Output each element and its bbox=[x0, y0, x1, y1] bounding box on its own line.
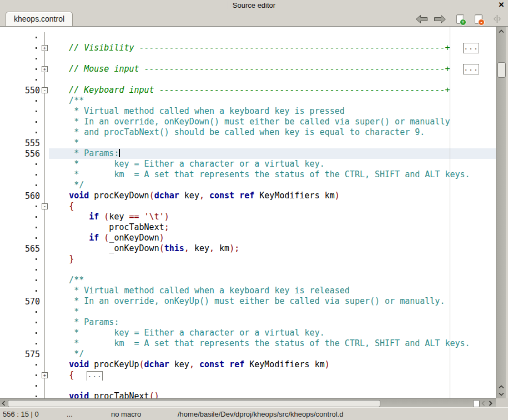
code-line[interactable]: 575 */ bbox=[0, 349, 496, 359]
code-text[interactable] bbox=[49, 32, 496, 43]
vertical-scrollbar[interactable] bbox=[496, 27, 506, 398]
fold-collapse-toggle[interactable]: - bbox=[42, 87, 48, 93]
code-line[interactable]: 555 * bbox=[0, 138, 496, 148]
back-button[interactable] bbox=[415, 13, 428, 24]
code-line[interactable]: + {... bbox=[0, 370, 496, 381]
title-bar[interactable]: Source editor ✕ bbox=[0, 0, 508, 11]
code-line[interactable]: /** bbox=[0, 96, 496, 106]
code-text[interactable] bbox=[49, 381, 496, 391]
code-line[interactable] bbox=[0, 32, 496, 43]
code-text[interactable]: * In an override, onKeyDown() must eithe… bbox=[49, 117, 496, 127]
collapsed-fold-box[interactable]: ... bbox=[463, 43, 479, 53]
code-line[interactable]: * key = Either a character or a virtual … bbox=[0, 159, 496, 169]
code-text[interactable]: // Keyboard input ----------------------… bbox=[49, 85, 496, 96]
code-line[interactable]: * key = Either a character or a virtual … bbox=[0, 328, 496, 338]
code-line[interactable] bbox=[0, 74, 496, 85]
code-line[interactable]: * Params: bbox=[0, 317, 496, 328]
code-line[interactable]: procTabNext; bbox=[0, 222, 496, 233]
fold-connector-line bbox=[44, 286, 45, 296]
code-text[interactable]: * key = Either a character or a virtual … bbox=[49, 159, 496, 169]
code-line[interactable]: 556 * Params: bbox=[0, 148, 496, 159]
fold-collapse-toggle[interactable]: - bbox=[42, 203, 48, 209]
code-text[interactable]: * km = A set that represents the status … bbox=[49, 338, 496, 349]
code-text[interactable]: // Visibility --------------------------… bbox=[49, 43, 496, 53]
code-text[interactable]: _onKeyDown(this, key, km); bbox=[49, 243, 496, 254]
code-text[interactable]: if (key == '\t') bbox=[49, 212, 496, 222]
code-line[interactable]: + // Visibility ------------------------… bbox=[0, 43, 496, 53]
code-line[interactable]: /** bbox=[0, 275, 496, 286]
code-text[interactable]: * bbox=[49, 307, 496, 317]
code-line[interactable]: - { bbox=[0, 201, 496, 212]
scroll-down-button[interactable] bbox=[496, 391, 506, 398]
code-text[interactable] bbox=[49, 74, 496, 85]
new-document-button[interactable]: + bbox=[454, 13, 467, 24]
horizontal-scrollbar-thumb[interactable] bbox=[8, 400, 380, 407]
code-text[interactable]: if (_onKeyDown) bbox=[49, 233, 496, 243]
code-text[interactable]: */ bbox=[49, 180, 496, 191]
code-text[interactable]: * and procTabNext() should be called whe… bbox=[49, 127, 496, 138]
code-text[interactable]: // Mouse input -------------------------… bbox=[49, 64, 496, 74]
code-text[interactable]: * bbox=[49, 138, 496, 148]
code-line[interactable]: * bbox=[0, 307, 496, 317]
fold-expand-toggle[interactable]: + bbox=[42, 66, 48, 72]
scroll-up-button-bottom[interactable] bbox=[496, 383, 506, 391]
code-line[interactable]: * Virtual method called when a keyboard … bbox=[0, 286, 496, 296]
fold-cell bbox=[41, 138, 49, 148]
code-line[interactable]: if (_onKeyDown) bbox=[0, 233, 496, 243]
collapsed-fold-box[interactable]: ... bbox=[87, 371, 103, 381]
fold-expand-toggle[interactable]: + bbox=[42, 45, 48, 51]
collapsed-fold-box[interactable]: ... bbox=[463, 64, 479, 74]
close-document-button[interactable]: - bbox=[472, 13, 485, 24]
code-line[interactable]: * km = A set that represents the status … bbox=[0, 338, 496, 349]
code-line[interactable] bbox=[0, 381, 496, 391]
close-icon[interactable]: ✕ bbox=[497, 1, 506, 9]
code-line[interactable]: * Virtual method called when a keyboard … bbox=[0, 106, 496, 117]
code-text[interactable]: * Virtual method called when a keyboard … bbox=[49, 286, 496, 296]
code-text[interactable]: * km = A set that represents the status … bbox=[49, 169, 496, 180]
line-number bbox=[6, 264, 41, 275]
code-text[interactable] bbox=[49, 264, 496, 275]
code-line[interactable]: + // Mouse input -----------------------… bbox=[0, 64, 496, 74]
code-line[interactable]: } bbox=[0, 254, 496, 264]
horizontal-scrollbar[interactable] bbox=[0, 398, 496, 407]
scroll-right-button[interactable] bbox=[487, 399, 494, 407]
code-line[interactable]: * and procTabNext() should be called whe… bbox=[0, 127, 496, 138]
code-text[interactable]: /** bbox=[49, 96, 496, 106]
code-line[interactable]: void procKeyUp(dchar key, const ref KeyM… bbox=[0, 359, 496, 370]
code-text[interactable]: } bbox=[49, 254, 496, 264]
code-text[interactable]: procTabNext; bbox=[49, 222, 496, 233]
code-text[interactable]: * Params: bbox=[49, 148, 496, 159]
code-line[interactable]: 565 _onKeyDown(this, key, km); bbox=[0, 243, 496, 254]
vertical-scrollbar-thumb[interactable] bbox=[497, 62, 506, 78]
code-text[interactable]: void procKeyDown(dchar key, const ref Ke… bbox=[49, 191, 496, 201]
code-line[interactable]: 550- // Keyboard input -----------------… bbox=[0, 85, 496, 96]
code-line[interactable]: * In an override, onKeyDown() must eithe… bbox=[0, 117, 496, 127]
scroll-up-button[interactable] bbox=[496, 28, 506, 35]
split-view-button[interactable] bbox=[490, 13, 504, 24]
code-line[interactable] bbox=[0, 53, 496, 64]
code-line[interactable]: 560 void procKeyDown(dchar key, const re… bbox=[0, 191, 496, 201]
code-text[interactable]: * Virtual method called when a keyboard … bbox=[49, 106, 496, 117]
code-line[interactable]: */ bbox=[0, 180, 496, 191]
code-text[interactable]: void procKeyUp(dchar key, const ref KeyM… bbox=[49, 359, 496, 370]
code-text[interactable]: /** bbox=[49, 275, 496, 286]
code-text[interactable]: * Params: bbox=[49, 317, 496, 328]
code-line[interactable]: if (key == '\t') bbox=[0, 212, 496, 222]
code-line[interactable]: * km = A set that represents the status … bbox=[0, 169, 496, 180]
code-text[interactable]: */ bbox=[49, 349, 496, 359]
scroll-left-button[interactable] bbox=[0, 399, 7, 407]
code-line[interactable]: 570 * In an override, onKeyUp() must eit… bbox=[0, 296, 496, 307]
code-text[interactable] bbox=[49, 53, 496, 64]
code-text[interactable]: * In an override, onKeyUp() must either … bbox=[49, 296, 496, 307]
fold-cell bbox=[41, 275, 49, 286]
fold-expand-toggle[interactable]: + bbox=[42, 372, 48, 378]
forward-button[interactable] bbox=[433, 13, 446, 24]
code-line[interactable]: void procTabNext() bbox=[0, 391, 496, 398]
code-line[interactable] bbox=[0, 264, 496, 275]
code-text[interactable]: void procTabNext() bbox=[49, 391, 496, 398]
code-text[interactable]: * key = Either a character or a virtual … bbox=[49, 328, 496, 338]
scroll-left-button-right[interactable] bbox=[480, 399, 487, 407]
tab-kheops-control[interactable]: kheops.control bbox=[6, 12, 73, 26]
code-text[interactable]: { bbox=[49, 201, 496, 212]
code-text[interactable]: {... bbox=[49, 370, 496, 381]
